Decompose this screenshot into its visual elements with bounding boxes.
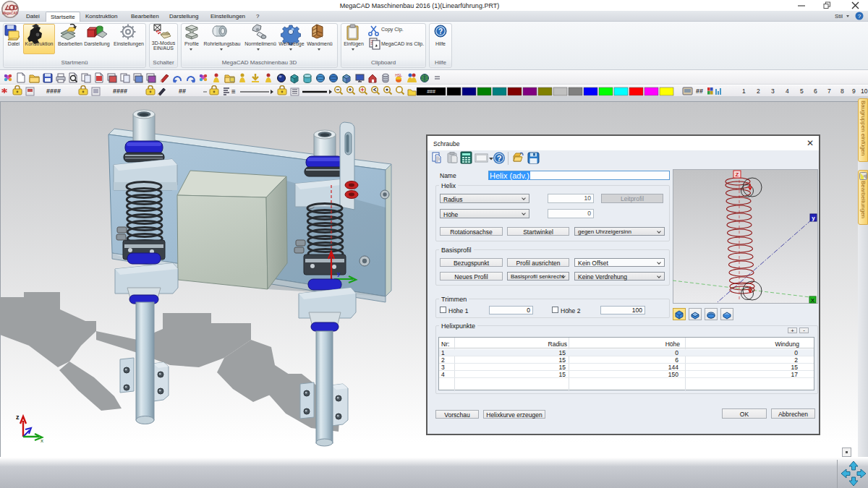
svg-text:?: ?: [438, 27, 443, 35]
svg-text:9: 9: [852, 87, 856, 95]
svg-text:##: ##: [179, 87, 186, 95]
svg-text:y: y: [337, 270, 341, 277]
svg-text:1: 1: [742, 87, 746, 95]
svg-text:y: y: [812, 215, 815, 221]
svg-text:?: ?: [858, 13, 861, 20]
svg-text:X: X: [811, 297, 815, 304]
svg-text:2: 2: [757, 87, 760, 95]
svg-text:####: ####: [113, 87, 127, 95]
svg-text:10: 10: [861, 87, 868, 95]
svg-text:8: 8: [841, 87, 844, 95]
svg-text:7: 7: [827, 87, 831, 95]
svg-text:MegaCAD: MegaCAD: [2, 12, 18, 15]
svg-text:3: 3: [771, 87, 775, 95]
svg-text:###: ###: [427, 89, 435, 94]
svg-text:x: x: [41, 437, 43, 444]
svg-text:4: 4: [786, 87, 789, 95]
svg-text:?: ?: [497, 154, 502, 163]
svg-text:z: z: [16, 414, 20, 421]
svg-text:####: ####: [46, 87, 61, 95]
svg-text:##: ##: [696, 87, 703, 95]
svg-text:6: 6: [814, 87, 817, 95]
svg-text:≡: ≡: [231, 87, 236, 95]
svg-text:5: 5: [800, 87, 804, 95]
svg-text:Z: Z: [736, 171, 739, 178]
